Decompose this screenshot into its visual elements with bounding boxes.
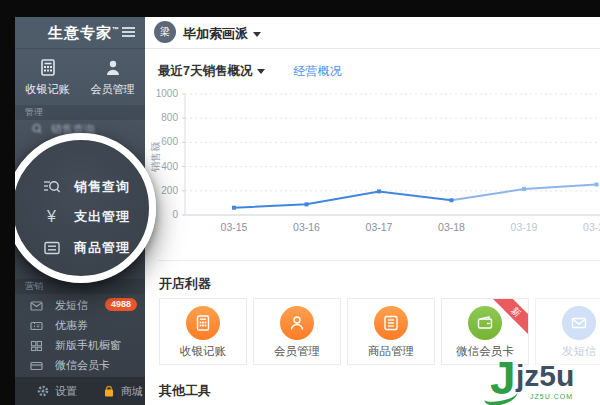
sidebar-item-label: 优惠券 <box>55 318 88 333</box>
wechat-card-icon <box>30 359 43 372</box>
svg-text:03-19: 03-19 <box>511 221 538 233</box>
sales-line-chart: 02004006008001000销售额03-1503-1603-1703-18… <box>145 85 600 245</box>
sidebar-tile-label: 会员管理 <box>91 83 135 95</box>
svg-text:200: 200 <box>161 185 178 196</box>
marketing-list: 发短信 4988 ¥ 优惠券 新版手机橱窗 微信会员卡 <box>15 295 145 375</box>
gear-icon <box>37 385 49 397</box>
search-icon <box>30 123 42 135</box>
other-tools-title: 其他工具 <box>159 382 211 400</box>
card-cashier[interactable]: 收银记账 <box>159 298 247 365</box>
card-label: 会员管理 <box>254 344 340 359</box>
calculator-icon <box>15 58 80 78</box>
svg-text:03-15: 03-15 <box>221 221 248 233</box>
sidebar-item-label: 新版手机橱窗 <box>55 338 121 353</box>
sidebar-item-wechat-card[interactable]: 微信会员卡 <box>15 355 145 375</box>
svg-text:03-16: 03-16 <box>293 221 320 233</box>
chevron-down-icon <box>253 32 261 37</box>
goods-list-icon <box>43 239 61 257</box>
envelope-icon <box>30 299 43 312</box>
svg-text:销售额: 销售额 <box>150 142 161 173</box>
magnified-item-sales-query[interactable]: 销售查询 <box>43 177 130 197</box>
svg-text:03-20: 03-20 <box>583 221 600 233</box>
svg-text:03-17: 03-17 <box>366 221 393 233</box>
watermark-domain: JZ5U.COM <box>530 393 573 400</box>
hamburger-menu-icon[interactable] <box>122 27 135 38</box>
sidebar-tile-label: 收银记账 <box>26 83 70 95</box>
sms-count-badge: 4988 <box>105 298 137 311</box>
envelope-icon <box>562 306 596 340</box>
magnified-item-expense[interactable]: ¥ 支出管理 <box>43 207 130 227</box>
settings-label: 设置 <box>55 384 77 399</box>
sidebar-quick-tiles: 收银记账 会员管理 <box>15 55 145 103</box>
trademark-mark: ™ <box>112 26 120 33</box>
section-label-manage: 管理 <box>15 105 145 120</box>
svg-text:1000: 1000 <box>156 88 179 99</box>
svg-text:0: 0 <box>172 209 178 220</box>
business-overview-link[interactable]: 经营概况 <box>293 63 341 80</box>
avatar: 梁 <box>154 21 176 43</box>
sidebar-item-label: 发短信 <box>55 298 88 313</box>
sidebar-tile-cashier[interactable]: 收银记账 <box>15 55 80 103</box>
card-goods[interactable]: 商品管理 <box>347 298 435 365</box>
tools-section-title: 开店利器 <box>159 275 211 293</box>
top-header-bar: 梁 毕加索画派 <box>145 17 600 49</box>
coupon-icon: ¥ <box>30 319 43 332</box>
watermark-name: jz5u <box>516 359 574 393</box>
member-icon <box>80 58 145 78</box>
app-logo: 生意专家™ <box>48 24 120 43</box>
sidebar-item-coupon[interactable]: ¥ 优惠券 <box>15 315 145 335</box>
goods-list-icon <box>374 306 408 340</box>
mall-button[interactable]: 商城 <box>103 384 143 399</box>
chart-header: 最近7天销售概况 经营概况 <box>158 62 341 80</box>
member-icon <box>280 306 314 340</box>
sidebar-item-sms[interactable]: 发短信 4988 <box>15 295 145 315</box>
svg-text:¥: ¥ <box>36 323 40 329</box>
calculator-icon <box>186 306 220 340</box>
card-label: 收银记账 <box>160 344 246 359</box>
settings-button[interactable]: 设置 <box>37 384 77 399</box>
app-window: 生意专家™ 收银记账 会员管理 管理 <box>15 17 600 405</box>
sidebar-tile-members[interactable]: 会员管理 <box>80 55 145 103</box>
card-members[interactable]: 会员管理 <box>253 298 341 365</box>
screenshot-frame: 生意专家™ 收银记账 会员管理 管理 <box>0 0 600 405</box>
magnified-item-label: 商品管理 <box>74 239 130 257</box>
sidebar-item-label: 微信会员卡 <box>55 358 110 373</box>
showcase-grid-icon <box>30 339 43 352</box>
search-list-icon <box>43 178 61 196</box>
store-selector[interactable]: 毕加索画派 <box>183 25 261 43</box>
svg-text:600: 600 <box>161 136 178 147</box>
section-divider <box>158 260 600 261</box>
sidebar-footer: 设置 商城 <box>15 377 145 405</box>
svg-text:03-18: 03-18 <box>438 221 465 233</box>
new-ribbon: 新 <box>490 299 528 337</box>
magnified-item-label: 销售查询 <box>74 178 130 196</box>
jz5u-watermark: J jz5u JZ5U.COM <box>490 355 600 405</box>
yen-icon: ¥ <box>43 208 61 226</box>
mall-label: 商城 <box>121 384 143 399</box>
magnified-item-goods[interactable]: 商品管理 <box>43 238 130 258</box>
sidebar-item-mobile-showcase[interactable]: 新版手机橱窗 <box>15 335 145 355</box>
svg-text:800: 800 <box>161 112 178 123</box>
sidebar-logo-bar: 生意专家™ <box>15 17 145 49</box>
main-content: 梁 毕加索画派 最近7天销售概况 经营概况 02004006008001000销… <box>145 17 600 405</box>
shopping-bag-icon <box>103 385 115 398</box>
card-label: 商品管理 <box>348 344 434 359</box>
chart-period-dropdown[interactable]: 最近7天销售概况 <box>158 63 265 80</box>
svg-text:400: 400 <box>161 161 178 172</box>
store-name: 毕加索画派 <box>183 26 248 41</box>
chevron-down-icon <box>257 69 265 74</box>
magnified-item-label: 支出管理 <box>74 208 130 226</box>
